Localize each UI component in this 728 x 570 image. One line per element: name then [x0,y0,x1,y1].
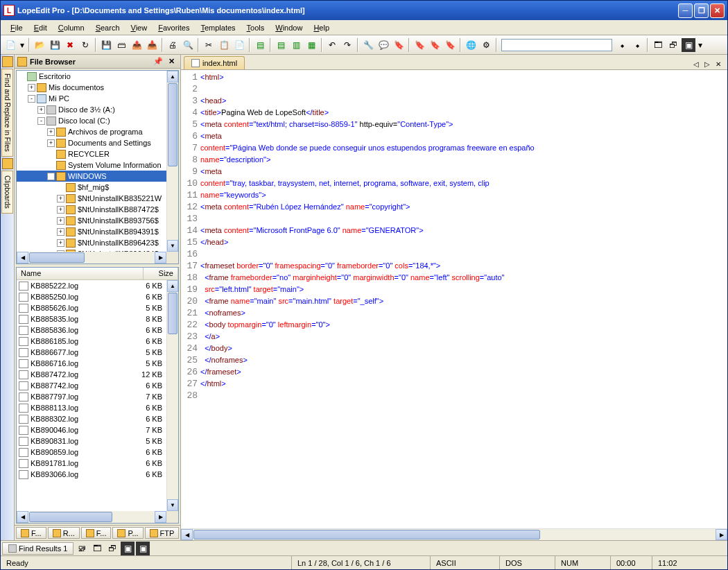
redo-icon[interactable]: ↷ [340,38,354,52]
tree-node[interactable]: +$NtUninstallKB835221W [17,193,178,204]
file-row[interactable]: KB890831.log5 KB [17,435,166,447]
menu-file[interactable]: File [5,22,28,33]
tree-node[interactable]: RECYCLER [17,148,178,159]
settings-icon[interactable]: ⚙ [479,38,493,52]
menu-window[interactable]: Window [270,22,308,33]
paste-icon[interactable]: 📄 [232,38,246,52]
print-icon[interactable]: 🖨 [166,38,180,52]
scroll-left-icon[interactable]: ◀ [17,511,28,523]
dock-icon-2[interactable] [2,158,13,169]
menu-search[interactable]: Search [90,22,125,33]
expand-toggle[interactable]: + [37,106,45,114]
filelist-hscroll[interactable]: ◀ ▶ [17,511,166,523]
menu-help[interactable]: Help [308,22,335,33]
scroll-up-icon[interactable]: ▲ [167,71,178,83]
expand-toggle[interactable]: - [47,173,55,180]
bookmark-prev-icon[interactable]: 🔖 [443,38,457,52]
export-icon[interactable]: 📤 [130,38,144,52]
close-panel-icon[interactable]: ✕ [166,57,177,66]
dropdown2-icon[interactable]: ▾ [697,38,704,52]
dock-icon-1[interactable] [2,56,13,67]
tree-node[interactable]: Escritorio [17,71,178,82]
db-icon[interactable]: 🗃 [114,38,128,52]
menu-edit[interactable]: Edit [28,22,53,33]
window-icon[interactable]: 🗔 [651,38,665,52]
tree-node[interactable]: +$NtUninstallKB896423$ [17,237,178,248]
tree-node[interactable]: -Mi PC [17,93,178,104]
import-icon[interactable]: 📥 [145,38,159,52]
align-center-icon[interactable]: ▥ [289,38,303,52]
sidebar-bottom-tab-3[interactable]: P... [112,527,143,539]
tree-node[interactable]: -WINDOWS [17,171,178,182]
file-row[interactable]: KB890046.log7 KB [17,424,166,435]
search-input[interactable] [501,39,612,51]
tree-node[interactable]: +$NtUninstallKB893756$ [17,215,178,226]
terminal-icon[interactable]: ▣ [682,38,695,52]
cut-icon[interactable]: ✂ [202,38,216,52]
expand-toggle[interactable]: + [28,84,35,92]
expand-toggle[interactable]: + [47,128,55,136]
file-list[interactable]: Name Size KB885222.log6 KBKB885250.log6 … [16,267,179,524]
sidebar-bottom-tab-1[interactable]: R... [48,527,80,539]
scroll-right-icon[interactable]: ▶ [155,252,166,264]
comment-icon[interactable]: 💬 [376,38,390,52]
undo-icon[interactable]: ↶ [325,38,339,52]
scroll-right-icon[interactable]: ▶ [155,511,166,523]
scroll-thumb-h[interactable] [193,530,540,539]
file-row[interactable]: KB885626.log5 KB [17,302,166,313]
console-icon[interactable]: 🗗 [666,38,680,52]
bookmark-next-icon[interactable]: 🔖 [428,38,442,52]
folder-tree[interactable]: Escritorio+Mis documentos-Mi PC+Disco de… [16,70,179,264]
tab-prev-icon[interactable]: ◁ [691,60,701,68]
tree-node[interactable]: +$NtUninstallKB894391$ [17,226,178,237]
search-next-icon[interactable]: ⬥ [630,38,644,52]
scroll-thumb[interactable] [168,293,177,334]
menu-templates[interactable]: Templates [195,22,241,33]
expand-toggle[interactable]: + [57,217,64,225]
col-size[interactable]: Size [144,268,178,279]
editor-body[interactable]: 1234567891011121314151617181920212223242… [181,70,727,528]
clipboards-tab[interactable]: Clipboards [1,171,13,214]
save-icon[interactable]: 💾 [48,38,62,52]
refresh-icon[interactable]: ↻ [78,38,92,52]
tree-node[interactable]: +Disco de 3½ (A:) [17,104,178,115]
editor-hscroll[interactable]: ◀ ▶ [181,528,727,540]
expand-toggle[interactable]: - [28,95,35,103]
tree-vscroll[interactable]: ▲ ▼ [166,71,178,252]
filelist-vscroll[interactable]: ▲ ▼ [166,280,178,511]
file-row[interactable]: KB886185.log6 KB [17,336,166,347]
file-row[interactable]: KB885835.log8 KB [17,313,166,325]
search-go-icon[interactable]: ⬥ [615,38,629,52]
expand-toggle[interactable]: + [47,139,55,147]
copy-icon[interactable]: 📋 [217,38,231,52]
tree-node[interactable]: System Volume Information [17,159,178,171]
delete-icon[interactable]: ✖ [63,38,77,52]
sidebar-bottom-tab-0[interactable]: F... [16,527,46,539]
file-row[interactable]: KB888302.log6 KB [17,413,166,424]
tree-node[interactable]: +Mis documentos [17,82,178,93]
indent-icon[interactable]: ▤ [253,38,267,52]
code-content[interactable]: <html> <head><title>Pagina Web de LopeSo… [200,70,727,528]
align-right-icon[interactable]: ▦ [304,38,318,52]
file-row[interactable]: KB893066.log6 KB [17,469,166,480]
scroll-thumb[interactable] [168,83,177,166]
tab-close-icon[interactable]: ✕ [713,60,723,68]
menu-column[interactable]: Column [53,22,90,33]
file-row[interactable]: KB885250.log6 KB [17,291,166,302]
bookmark-icon[interactable]: 🔖 [413,38,426,52]
tree-node[interactable]: +$NtUninstallKB887472$ [17,204,178,215]
tree-node[interactable]: -Disco local (C:) [17,115,178,126]
result-tool-4[interactable]: ▣ [121,542,135,555]
find-results-tab[interactable]: Find Results 1 [2,542,73,555]
pin-icon[interactable]: 📌 [150,57,166,66]
expand-toggle[interactable]: - [37,117,45,125]
tree-node[interactable]: +Archivos de programa [17,126,178,137]
scroll-thumb-h[interactable] [29,252,85,263]
tree-node[interactable]: $hf_mig$ [17,182,178,193]
align-left-icon[interactable]: ▤ [274,38,288,52]
scroll-right-icon[interactable]: ▶ [716,529,727,540]
expand-toggle[interactable]: + [57,239,64,247]
tree-node[interactable]: +Documents and Settings [17,137,178,148]
scroll-up-icon[interactable]: ▲ [167,280,178,292]
scroll-left-icon[interactable]: ◀ [181,529,193,540]
